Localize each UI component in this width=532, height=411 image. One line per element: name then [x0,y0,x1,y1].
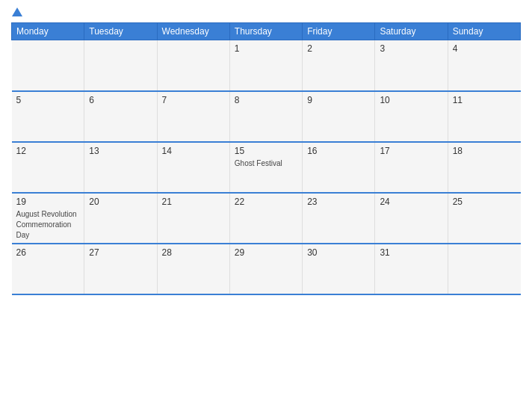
weekday-header-friday: Friday [303,23,375,40]
calendar-cell: 18 [448,142,520,193]
calendar-cell [84,40,157,91]
day-number: 10 [380,95,442,105]
day-number: 8 [235,95,297,105]
day-number: 7 [162,95,225,105]
calendar-cell: 22 [229,193,302,244]
day-number: 29 [235,247,297,258]
weekday-header-saturday: Saturday [375,23,448,40]
calendar-header [11,7,521,16]
day-number: 9 [307,95,370,105]
calendar-cell: 3 [375,40,448,91]
calendar-week-1: 1234 [12,40,521,91]
weekday-header-row: MondayTuesdayWednesdayThursdayFridaySatu… [12,23,521,40]
day-number: 31 [380,247,442,258]
day-number: 2 [307,43,370,54]
calendar-table: MondayTuesdayWednesdayThursdayFridaySatu… [11,22,521,295]
weekday-header-wednesday: Wednesday [157,23,229,40]
day-number: 17 [380,146,442,156]
calendar-cell: 29 [229,244,302,294]
calendar-cell: 23 [303,193,375,244]
calendar-page: MondayTuesdayWednesdayThursdayFridaySatu… [0,0,532,411]
calendar-cell: 11 [448,91,520,142]
day-number: 5 [16,95,80,105]
logo [11,7,22,16]
calendar-cell: 27 [84,244,157,294]
weekday-header-thursday: Thursday [229,23,302,40]
calendar-cell: 6 [84,91,157,142]
day-number: 20 [89,197,152,207]
calendar-cell: 2 [303,40,375,91]
day-number: 25 [453,197,516,207]
calendar-cell: 5 [12,91,84,142]
calendar-week-4: 19August Revolution Commemoration Day202… [12,193,521,244]
day-number: 21 [162,197,225,207]
day-number: 3 [380,43,442,54]
calendar-cell: 21 [157,193,229,244]
day-number: 1 [235,43,297,54]
calendar-cell: 8 [229,91,302,142]
day-number: 6 [89,95,152,105]
calendar-cell: 4 [448,40,520,91]
calendar-cell: 10 [375,91,448,142]
day-number: 13 [89,146,152,156]
calendar-cell: 28 [157,244,229,294]
calendar-cell: 14 [157,142,229,193]
calendar-cell: 17 [375,142,448,193]
weekday-header-tuesday: Tuesday [84,23,157,40]
calendar-cell: 19August Revolution Commemoration Day [12,193,84,244]
day-number: 28 [162,247,225,258]
day-number: 30 [307,247,370,258]
calendar-cell: 20 [84,193,157,244]
day-number: 14 [162,146,225,156]
calendar-week-2: 567891011 [12,91,521,142]
calendar-cell: 30 [303,244,375,294]
calendar-cell: 25 [448,193,520,244]
calendar-cell: 9 [303,91,375,142]
calendar-cell: 26 [12,244,84,294]
calendar-cell: 15Ghost Festival [229,142,302,193]
day-number: 15 [235,146,297,156]
day-number: 24 [380,197,442,207]
day-number: 4 [453,43,516,54]
day-number: 26 [16,247,80,258]
calendar-cell: 7 [157,91,229,142]
calendar-cell [12,40,84,91]
day-number: 12 [16,146,80,156]
logo-triangle-icon [12,7,22,16]
day-number: 22 [235,197,297,207]
calendar-cell [448,244,520,294]
event-label: August Revolution Commemoration Day [16,210,77,239]
event-label: Ghost Festival [235,159,282,167]
day-number: 18 [453,146,516,156]
day-number: 16 [307,146,370,156]
calendar-cell [157,40,229,91]
calendar-cell: 13 [84,142,157,193]
calendar-cell: 24 [375,193,448,244]
weekday-header-monday: Monday [12,23,84,40]
day-number: 11 [453,95,516,105]
day-number: 23 [307,197,370,207]
weekday-header-sunday: Sunday [448,23,520,40]
calendar-cell: 31 [375,244,448,294]
calendar-week-5: 262728293031 [12,244,521,294]
day-number: 19 [16,197,80,207]
day-number: 27 [89,247,152,258]
calendar-cell: 16 [303,142,375,193]
calendar-week-3: 12131415Ghost Festival161718 [12,142,521,193]
calendar-cell: 12 [12,142,84,193]
calendar-cell: 1 [229,40,302,91]
